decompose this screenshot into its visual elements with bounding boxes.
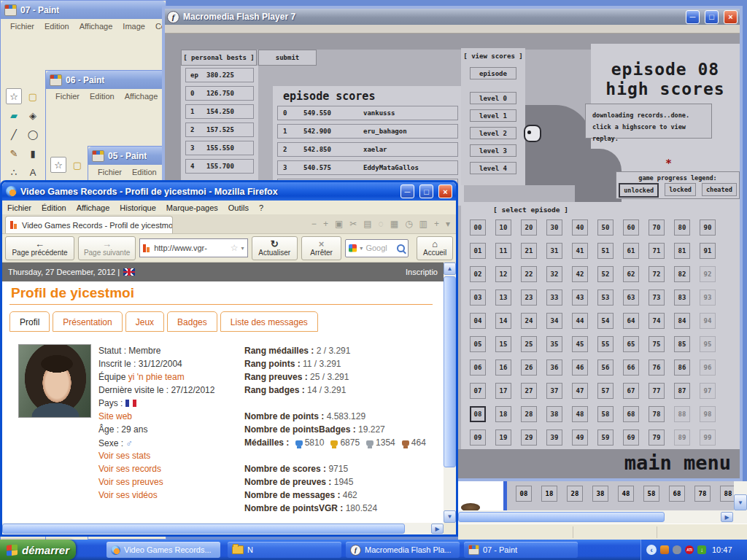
episode-cell[interactable]: 94	[700, 313, 716, 329]
episode-cell[interactable]: 36	[546, 359, 562, 376]
menu-item[interactable]: Edition	[39, 21, 74, 31]
vertical-scroll-thumb[interactable]	[444, 276, 456, 467]
toolbar-icon[interactable]: ✂	[349, 219, 357, 229]
paint-tool-icon[interactable]: ◯	[23, 125, 42, 144]
menu-item[interactable]: Historique	[115, 202, 161, 214]
maximize-button[interactable]: □	[419, 184, 433, 198]
preuves-link[interactable]: Voir ses preuves	[98, 477, 163, 487]
episode-cell[interactable]: 62	[623, 266, 639, 282]
episode-cell[interactable]: 76	[649, 359, 665, 376]
episode-cell[interactable]: 79	[649, 429, 665, 446]
scroll-down-button[interactable]: ▼	[444, 510, 456, 523]
episode-cell-partial[interactable]: 18	[541, 486, 557, 502]
view-episode-button[interactable]: episode	[470, 67, 516, 79]
episode-cell[interactable]: 77	[649, 383, 665, 399]
episode-cell[interactable]: 33	[546, 289, 562, 306]
episode-cell[interactable]: 09	[470, 429, 486, 446]
menu-item[interactable]: Edition	[85, 91, 120, 101]
episode-cell[interactable]: 12	[495, 266, 511, 282]
maximize-button[interactable]: □	[705, 10, 719, 24]
episode-cell[interactable]: 31	[546, 243, 562, 259]
main-menu-button[interactable]: main menu	[624, 451, 731, 474]
menu-item[interactable]: Outils	[223, 202, 254, 214]
episode-cell-partial[interactable]: 28	[567, 486, 583, 502]
taskbar-item-flash[interactable]: f Macromedia Flash Pla...	[346, 542, 460, 558]
episode-cell[interactable]: 53	[597, 289, 614, 306]
episode-cell[interactable]: 48	[572, 406, 588, 422]
episode-cell[interactable]: 81	[674, 243, 690, 259]
toolbar-icon[interactable]: +	[434, 219, 439, 229]
mouse-tray-icon[interactable]	[673, 545, 681, 554]
paint-tool-icon[interactable]: A	[23, 163, 42, 182]
personal-best-row[interactable]: 3 155.550	[185, 141, 254, 155]
menu-item[interactable]: Édition	[36, 202, 71, 214]
episode-cell[interactable]: 07	[470, 383, 486, 399]
search-box[interactable]: ▾ Googl	[345, 239, 409, 257]
episode-cell-partial[interactable]: 58	[643, 486, 659, 502]
personal-bests-tab[interactable]: [ personal bests ]	[181, 50, 257, 66]
personal-best-row[interactable]: 2 157.525	[185, 122, 254, 137]
episode-cell[interactable]: 68	[623, 406, 639, 422]
episode-cell[interactable]: 90	[700, 219, 716, 236]
ati-tray-icon[interactable]: ATI	[685, 545, 694, 554]
episode-cell[interactable]: 01	[470, 243, 486, 259]
close-button[interactable]: ×	[724, 10, 738, 24]
toolbar-icon[interactable]: ▦	[390, 219, 398, 229]
scroll-down-button[interactable]: ▼	[734, 494, 747, 510]
episode-cell[interactable]: 56	[597, 359, 614, 376]
start-button[interactable]: démarrer	[0, 540, 76, 560]
search-icon[interactable]	[397, 244, 405, 252]
view-level-0-button[interactable]: level 0	[470, 92, 516, 104]
episode-cell[interactable]: 46	[572, 359, 588, 376]
episode-cell[interactable]: 45	[572, 336, 588, 352]
back-button[interactable]: ← Page précédente	[5, 236, 74, 260]
episode-cell[interactable]: 26	[521, 359, 537, 376]
episode-cell[interactable]: 50	[597, 219, 614, 236]
paint-tool-icon[interactable]: ▢	[23, 87, 42, 106]
episode-cell[interactable]: 93	[700, 289, 716, 306]
personal-best-row[interactable]: 4 155.700	[185, 159, 254, 174]
toolbar-icon[interactable]: ◷	[405, 219, 412, 229]
horizontal-scroll-thumb[interactable]	[2, 524, 405, 534]
episode-cell[interactable]: 80	[674, 219, 690, 236]
episode-cell[interactable]: 55	[597, 336, 614, 352]
taskbar-item-folder-n[interactable]: N	[228, 542, 341, 558]
paint-tool-icon[interactable]: ☆	[50, 157, 66, 173]
tab-vgr-profile[interactable]: Video Games Records - Profil de yicestmo…	[5, 216, 173, 233]
episode-cell[interactable]: 84	[674, 313, 690, 329]
close-button[interactable]: ×	[438, 184, 452, 198]
home-button[interactable]: ⌂ Accueil	[417, 236, 453, 260]
horizontal-scrollbar[interactable]: ▶	[2, 523, 444, 534]
episode-cell[interactable]: 57	[597, 383, 614, 399]
tab-messages[interactable]: Liste des messages	[220, 311, 318, 332]
view-level-2-button[interactable]: level 2	[470, 127, 516, 139]
menu-item[interactable]: Fichier	[93, 167, 127, 177]
hide-icons-chevron[interactable]: ‹	[646, 545, 657, 555]
episode-cell[interactable]: 13	[495, 289, 511, 306]
java-tray-icon[interactable]	[660, 545, 669, 554]
view-level-3-button[interactable]: level 3	[470, 144, 516, 157]
paint-tool-icon[interactable]: ∴	[4, 163, 23, 182]
episode-cell[interactable]: 87	[674, 383, 690, 399]
highscore-row[interactable]: 3 540.575 EddyMataGallos	[277, 160, 458, 175]
episode-cell[interactable]: 35	[546, 336, 562, 352]
episode-cell[interactable]: 89	[674, 429, 690, 446]
episode-cell[interactable]: 19	[495, 429, 511, 446]
episode-cell[interactable]: 98	[700, 406, 716, 422]
episode-cell[interactable]: 86	[674, 359, 690, 376]
episode-cell[interactable]: 32	[546, 266, 562, 282]
stop-button[interactable]: × Arrêter	[301, 236, 341, 260]
episode-cell[interactable]: 67	[623, 383, 639, 399]
scroll-up-button[interactable]: ▲	[444, 262, 456, 275]
episode-cell[interactable]: 17	[495, 383, 511, 399]
episode-cell[interactable]: 21	[521, 243, 537, 259]
toolbar-icon[interactable]: +	[323, 219, 328, 229]
episode-cell[interactable]: 99	[700, 429, 716, 446]
episode-cell[interactable]: 70	[649, 219, 665, 236]
inscription-link[interactable]: Inscriptio	[406, 268, 438, 276]
titlebar-flash[interactable]: f Macromedia Flash Player 7 ─ □ ×	[165, 9, 740, 25]
episode-cell[interactable]: 85	[674, 336, 690, 352]
paint-tool-icon[interactable]: ☆	[6, 88, 22, 104]
menu-item[interactable]: Affichage	[120, 91, 163, 101]
episode-cell[interactable]: 23	[521, 289, 537, 306]
